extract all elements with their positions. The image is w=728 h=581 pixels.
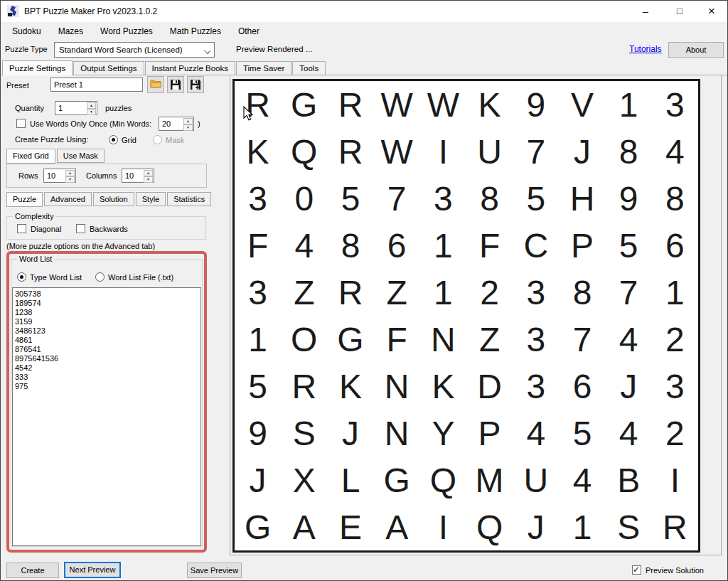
create-button[interactable]: Create	[6, 563, 59, 578]
spinner-down-icon[interactable]: ▼	[183, 124, 193, 131]
spinner-down-icon[interactable]: ▼	[144, 176, 153, 183]
save-preset-as-button[interactable]	[187, 76, 204, 93]
grid-cell: K	[466, 81, 513, 128]
grid-cell: J	[235, 457, 281, 503]
diagonal-checkbox[interactable]	[17, 224, 26, 233]
grid-cell: A	[374, 503, 420, 550]
spinner-up-icon[interactable]: ▲	[183, 118, 193, 124]
grid-cell: 1	[420, 222, 466, 269]
tab-puzzle[interactable]: Puzzle	[6, 192, 43, 207]
grid-cell: 5	[513, 175, 559, 222]
spinner-down-icon[interactable]: ▼	[87, 109, 96, 115]
min-words-value: 20	[162, 117, 171, 130]
about-button[interactable]: About	[668, 42, 724, 58]
grid-cell: 1	[652, 269, 698, 316]
tutorials-link[interactable]: Tutorials	[629, 44, 662, 54]
grid-cell: 8	[652, 175, 698, 222]
minimize-button[interactable]: –	[629, 1, 662, 22]
grid-cell: 5	[559, 410, 605, 457]
grid-cell: R	[327, 81, 373, 128]
puzzle-preview-image: RGRWWK9V13KQRWIU7J843057385H98F4861FCP56…	[232, 79, 700, 553]
tab-style[interactable]: Style	[136, 192, 166, 206]
grid-cell: F	[235, 222, 281, 269]
open-preset-button[interactable]	[147, 76, 164, 93]
grid-cell: 3	[513, 316, 559, 363]
preview-solution-checkbox[interactable]: ✓	[632, 565, 641, 575]
grid-cell: R	[652, 503, 698, 550]
backwards-label: Backwards	[90, 225, 128, 233]
rows-stepper[interactable]: 10 ▲▼	[43, 169, 76, 183]
tab-tools[interactable]: Tools	[292, 61, 326, 75]
tab-advanced[interactable]: Advanced	[44, 192, 92, 206]
tab-solution[interactable]: Solution	[93, 192, 134, 206]
grid-cell: J	[606, 363, 652, 410]
grid-mode-tab-strip: Fixed Grid Use Mask	[6, 149, 106, 163]
word-list-file-label: Word List File (.txt)	[108, 273, 173, 282]
spinner-up-icon[interactable]: ▲	[144, 170, 153, 176]
grid-cell: G	[327, 316, 373, 363]
grid-cell: 6	[652, 222, 698, 269]
menu-item-word-puzzles[interactable]: Word Puzzles	[92, 23, 161, 39]
menu-item-other[interactable]: Other	[230, 23, 268, 39]
grid-cell: Z	[466, 316, 513, 363]
save-preset-button[interactable]	[167, 76, 184, 93]
grid-cell: R	[327, 128, 373, 175]
close-button[interactable]: ×	[695, 1, 728, 22]
quantity-stepper[interactable]: 1 ▲▼	[55, 101, 97, 115]
app-icon	[7, 5, 19, 17]
maximize-button[interactable]: □	[663, 1, 696, 22]
grid-radio[interactable]	[109, 135, 118, 144]
menu-item-sudoku[interactable]: Sudoku	[4, 23, 50, 39]
grid-cell: W	[374, 81, 420, 128]
columns-stepper[interactable]: 10 ▲▼	[122, 169, 154, 183]
main-tab-strip: Puzzle Settings Output Settings Instant …	[1, 60, 727, 75]
grid-cell: A	[281, 503, 327, 550]
grid-cell: P	[559, 222, 605, 269]
spinner-up-icon[interactable]: ▲	[87, 102, 96, 109]
puzzle-type-select[interactable]: Standard Word Search (Licensed)	[54, 42, 215, 58]
min-words-stepper[interactable]: 20 ▲▼	[159, 117, 194, 131]
grid-cell: 6	[559, 363, 605, 410]
chevron-down-icon	[204, 48, 210, 54]
grid-cell: 8	[606, 128, 652, 175]
grid-cell: U	[466, 128, 513, 175]
tab-fixed-grid[interactable]: Fixed Grid	[6, 149, 55, 164]
preview-status: Preview Rendered ...	[236, 45, 312, 53]
grid-cell: K	[327, 363, 373, 410]
word-list-file-radio[interactable]	[95, 272, 105, 282]
grid-cell: R	[281, 363, 327, 410]
preset-input[interactable]	[50, 78, 143, 92]
backwards-checkbox[interactable]	[76, 224, 85, 233]
spinner-down-icon[interactable]: ▼	[65, 176, 75, 183]
grid-cell: K	[235, 128, 281, 175]
tab-use-mask[interactable]: Use Mask	[57, 149, 105, 163]
floppy-disk-icon	[170, 79, 181, 90]
tab-output-settings[interactable]: Output Settings	[73, 61, 144, 75]
type-word-list-radio[interactable]	[17, 272, 26, 282]
grid-cell: 3	[652, 81, 698, 128]
grid-cell: H	[559, 175, 605, 222]
grid-cell: 6	[374, 222, 420, 269]
grid-cell: 3	[235, 175, 281, 222]
tab-time-saver[interactable]: Time Saver	[236, 61, 291, 75]
word-list-input[interactable]	[12, 287, 201, 546]
grid-cell: J	[513, 503, 559, 550]
grid-cell: 3	[235, 269, 281, 316]
next-preview-button[interactable]: Next Preview	[64, 562, 121, 578]
menu-item-math-puzzles[interactable]: Math Puzzles	[161, 23, 230, 39]
grid-cell: 5	[327, 175, 373, 222]
grid-cell: K	[420, 363, 466, 410]
grid-cell: 9	[513, 81, 559, 128]
spinner-up-icon[interactable]: ▲	[65, 170, 75, 176]
grid-cell: Q	[281, 128, 327, 175]
tab-puzzle-settings[interactable]: Puzzle Settings	[2, 60, 73, 75]
tab-instant-puzzle-books[interactable]: Instant Puzzle Books	[145, 61, 235, 75]
menu-item-mazes[interactable]: Mazes	[50, 23, 92, 39]
grid-cell: 1	[420, 269, 466, 316]
save-preview-button[interactable]: Save Preview	[187, 563, 242, 578]
grid-cell: 4	[606, 410, 652, 457]
grid-cell: 2	[466, 269, 513, 316]
tab-statistics[interactable]: Statistics	[167, 192, 211, 206]
grid-cell: B	[606, 457, 652, 503]
use-words-once-checkbox[interactable]	[16, 119, 26, 128]
